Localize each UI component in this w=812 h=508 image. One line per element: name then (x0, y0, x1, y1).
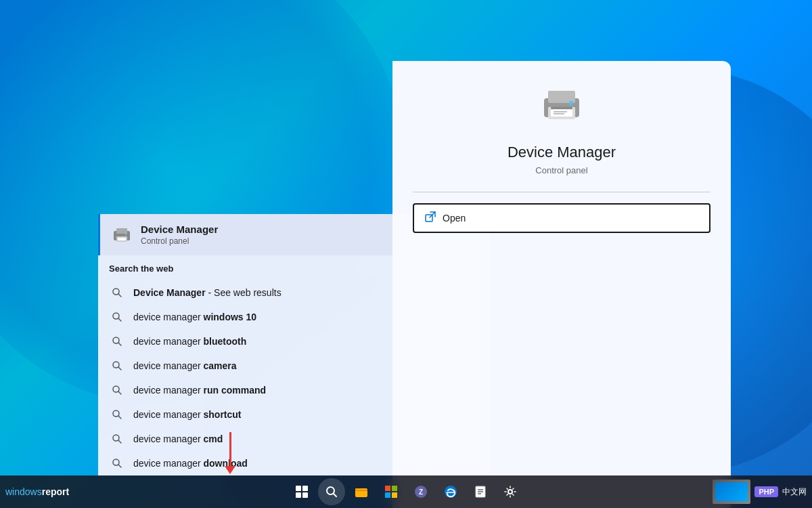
taskbar-teams[interactable]: Z (407, 478, 434, 505)
open-button[interactable]: Open (413, 203, 710, 233)
php-badge: PHP (754, 486, 778, 497)
svg-rect-33 (296, 492, 301, 498)
taskbar-store[interactable] (378, 478, 405, 505)
taskbar-file-explorer[interactable] (348, 478, 375, 505)
external-link-icon (425, 211, 436, 225)
svg-line-36 (334, 494, 336, 496)
search-magnifier-icon-1 (109, 287, 125, 298)
search-magnifier-icon-5 (109, 385, 125, 396)
svg-rect-28 (551, 107, 572, 109)
svg-rect-42 (392, 492, 397, 498)
device-manager-icon-large (537, 81, 586, 133)
desktop: Device Manager Control panel Search the … (0, 0, 812, 508)
right-app-subtitle: Control panel (535, 165, 587, 175)
taskbar: windows report (0, 475, 812, 508)
svg-rect-40 (392, 486, 397, 491)
svg-point-50 (508, 490, 512, 494)
svg-rect-41 (385, 492, 390, 498)
right-app-name: Device Manager (508, 144, 616, 161)
svg-point-4 (125, 233, 127, 235)
taskbar-right: PHP 中文网 (713, 480, 807, 504)
chinese-website-label: 中文网 (782, 486, 807, 498)
svg-rect-31 (296, 486, 301, 491)
svg-rect-1 (116, 228, 127, 234)
wr-windows-text: windows (5, 486, 42, 497)
search-arrow (225, 432, 235, 474)
open-button-label: Open (443, 213, 466, 224)
svg-rect-34 (302, 492, 308, 498)
svg-line-18 (118, 440, 121, 443)
svg-rect-38 (355, 488, 361, 490)
svg-point-27 (569, 101, 573, 105)
svg-line-8 (118, 318, 121, 321)
windows-report-logo: windows report (5, 486, 69, 497)
device-manager-icon-small (111, 224, 133, 246)
search-magnifier-icon-8 (109, 458, 125, 469)
taskbar-center: Z (288, 478, 524, 505)
arrow-line (229, 432, 231, 466)
search-panel-right: Device Manager Control panel Open (392, 61, 731, 508)
svg-line-16 (118, 416, 121, 419)
right-panel-divider (413, 192, 710, 192)
svg-rect-39 (385, 486, 390, 491)
start-button[interactable] (288, 478, 315, 505)
taskbar-thumbnail (713, 480, 750, 504)
arrow-head (225, 466, 235, 474)
svg-line-20 (118, 465, 121, 467)
search-magnifier-icon-6 (109, 409, 125, 420)
svg-rect-3 (118, 238, 126, 240)
taskbar-left: windows report (5, 486, 74, 497)
taskbar-notepad[interactable] (467, 478, 494, 505)
svg-text:Z: Z (419, 488, 423, 496)
wr-report-text: report (42, 486, 69, 497)
svg-line-6 (118, 294, 121, 297)
svg-rect-24 (551, 110, 572, 117)
svg-rect-32 (302, 486, 308, 491)
search-magnifier-icon-4 (109, 360, 125, 371)
taskbar-edge[interactable] (437, 478, 464, 505)
svg-line-12 (118, 367, 121, 370)
search-magnifier-icon-2 (109, 312, 125, 322)
svg-line-10 (118, 343, 121, 345)
taskbar-search-button[interactable] (318, 478, 345, 505)
search-magnifier-icon-3 (109, 336, 125, 347)
svg-line-14 (118, 391, 121, 394)
taskbar-settings[interactable] (497, 478, 524, 505)
search-magnifier-icon-7 (109, 433, 125, 444)
